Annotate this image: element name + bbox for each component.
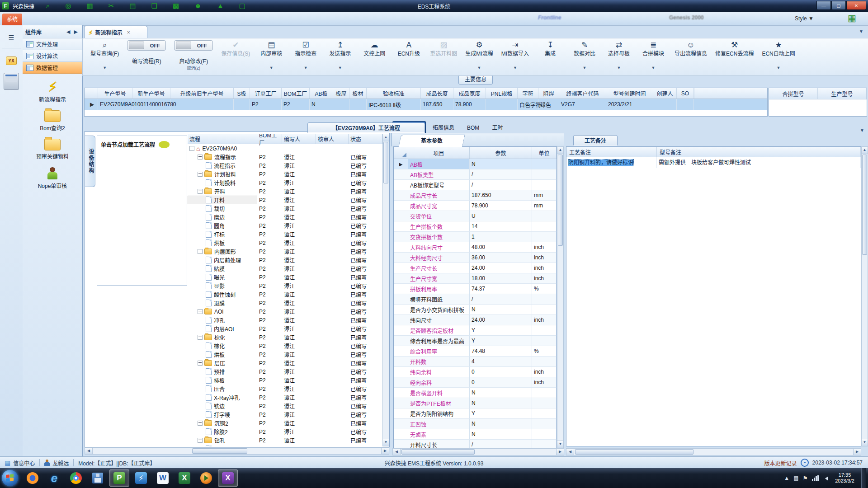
param-row-selector[interactable] (394, 263, 408, 273)
tree-header-cell[interactable]: 核审人 (316, 134, 349, 144)
param-value-cell[interactable]: / (470, 294, 532, 304)
tree-node[interactable]: 内层图形 (188, 247, 257, 256)
param-value-cell[interactable]: 48.00 (470, 242, 532, 252)
scroll-thumb[interactable] (575, 449, 693, 455)
main-table-cell[interactable]: 10011400016780 (132, 99, 170, 110)
tab-new-flow-instruction[interactable]: ⚡ 新流程指示 × (84, 26, 147, 38)
param-value-cell[interactable]: / (470, 180, 532, 190)
scroll-down-icon[interactable]: ▼ (862, 439, 868, 446)
main-table-cell[interactable]: EV2G70M9A0 (98, 99, 132, 110)
tree-row[interactable]: AOIP2谭江已编写 (188, 307, 382, 316)
param-value-cell[interactable]: 36.00 (470, 253, 532, 263)
tree-expander-icon[interactable] (198, 335, 203, 340)
param-value-cell[interactable]: N (470, 419, 532, 429)
param-row[interactable]: 正凹蚀N (394, 419, 557, 429)
params-header-cell[interactable]: 项目 (408, 147, 470, 159)
main-table-header-cell[interactable]: 成品宽度 (453, 88, 486, 99)
param-value-cell[interactable]: 14 (470, 221, 532, 231)
select-motherboard-button[interactable]: ⇄选择母板▼ (602, 40, 636, 71)
tree-row[interactable]: 沉铜2P2谭江已编写 (188, 419, 382, 427)
tree-node[interactable]: 磨边 (188, 213, 257, 221)
param-value-cell[interactable]: 4 (470, 357, 532, 366)
param-row[interactable]: 是否为PTFE板材N (394, 398, 557, 408)
tree-node[interactable]: ⌂EV2G70M9A0 (188, 144, 257, 153)
params-header-cell[interactable]: 参数 (470, 147, 532, 159)
tree-header-cell[interactable]: BOM工厂 (257, 134, 282, 144)
volume-icon[interactable] (823, 476, 828, 481)
dropdown-arrow-icon[interactable]: ▼ (103, 65, 107, 71)
chart-icon[interactable]: ▲ (217, 2, 224, 9)
tree-row[interactable]: 层压P2谭江已编写 (188, 359, 382, 367)
button-sublabel[interactable]: 取消(Z) (187, 66, 201, 72)
param-value-cell[interactable]: N (470, 305, 532, 314)
tree-row[interactable]: 压合P2谭江已编写 (188, 385, 382, 393)
hamburger-menu-button[interactable]: ≡ (3, 29, 20, 46)
param-row-selector[interactable] (394, 305, 408, 314)
main-table-header-cell[interactable]: 字符 (518, 88, 538, 99)
param-item-cell[interactable]: 是否为PTFE板材 (408, 398, 470, 408)
close-button[interactable]: ✕ (846, 1, 866, 10)
search-icon[interactable]: ⌕ (46, 2, 50, 9)
tree-node[interactable]: 流程指示 (188, 153, 257, 161)
param-row[interactable]: 是否为小交货面积拼板N (394, 305, 557, 315)
param-item-cell[interactable]: 开料尺寸长 (408, 440, 470, 448)
tree-expander-icon[interactable] (198, 172, 203, 177)
tray-clock[interactable]: 17:35 2023/3/2 (832, 472, 857, 484)
tree-node[interactable]: 排板 (188, 376, 257, 385)
sidebar-forward-arrow[interactable]: ▶ (72, 29, 80, 35)
dropdown-arrow-icon[interactable]: ▼ (651, 65, 656, 71)
tree-expander-icon[interactable] (198, 309, 203, 314)
param-value-cell[interactable]: 24.00 (470, 315, 532, 325)
param-row[interactable]: ▶AB板N (394, 159, 557, 169)
green-p-app-icon[interactable]: P (109, 469, 129, 487)
scroll-left-icon[interactable]: ◀ (393, 449, 401, 455)
main-table-cell[interactable] (486, 99, 518, 110)
merge-module-button[interactable]: ≣合拼模块▼ (636, 40, 670, 71)
tree-row[interactable]: 酸性蚀刻P2谭江已编写 (188, 290, 382, 299)
main-table-cell[interactable]: P2 (282, 99, 310, 110)
tree-node[interactable]: 内层前处理 (188, 256, 257, 264)
tree-node[interactable]: 裁切 (188, 204, 257, 213)
start-button[interactable] (2, 470, 18, 486)
main-table-cell[interactable] (653, 99, 677, 110)
param-row[interactable]: 开料尺寸长/ (394, 440, 557, 448)
write-flow-toggle[interactable]: OFF (127, 40, 166, 51)
tree-node[interactable]: 棕化 (188, 333, 257, 342)
param-item-cell[interactable]: AB板 (408, 159, 470, 169)
param-row-selector[interactable] (394, 315, 408, 325)
integrate-button[interactable]: ↧集成 (533, 40, 567, 71)
main-table-cell[interactable] (349, 99, 367, 110)
scroll-down-icon[interactable]: ▼ (383, 439, 389, 446)
main-table-cell[interactable]: P2 (250, 99, 282, 110)
tree-row[interactable]: 贴膜P2谭江已编写 (188, 264, 382, 273)
param-row[interactable]: 交货单位U (394, 211, 557, 221)
param-row-selector[interactable] (394, 221, 408, 231)
param-row-selector[interactable] (394, 242, 408, 252)
tree-row[interactable]: 冲孔P2谭江已编写 (188, 316, 382, 324)
doc-upload-button[interactable]: ☁文控上网 (357, 40, 392, 71)
param-value-cell[interactable]: 24.00 (470, 263, 532, 273)
tray-device-icon[interactable]: ▤ (793, 475, 798, 481)
tree-expander-icon[interactable] (198, 189, 203, 194)
tree-row[interactable]: 内层前处理P2谭江已编写 (188, 256, 382, 264)
param-row-selector[interactable] (394, 419, 408, 429)
tree-node[interactable]: 钻孔 (188, 445, 257, 446)
param-row-selector[interactable] (394, 346, 408, 356)
tree-node[interactable]: 退膜 (188, 299, 257, 307)
main-table-cell[interactable] (170, 99, 234, 110)
mi-data-import-button[interactable]: ⇥MI数据导入▼ (497, 40, 533, 71)
tree-node[interactable]: 沉铜2 (188, 419, 257, 427)
tree-row[interactable]: 排板P2谭江已编写 (188, 376, 382, 385)
media-player-icon[interactable] (196, 469, 216, 487)
scroll-thumb[interactable] (862, 155, 867, 255)
firefox-icon[interactable] (23, 469, 42, 487)
tree-row[interactable]: 开料P2谭江已编写 (188, 187, 382, 196)
scroll-up-icon[interactable]: ▲ (862, 147, 868, 154)
param-value-cell[interactable]: Y (470, 408, 532, 418)
tree-row[interactable]: 烘板P2谭江已编写 (188, 350, 382, 359)
tree-node[interactable]: 冲孔 (188, 316, 257, 324)
param-row[interactable]: 大料纬向尺寸48.00inch (394, 242, 557, 253)
param-item-cell[interactable]: 生产尺寸宽 (408, 273, 470, 283)
param-item-cell[interactable]: 横竖开料图纸 (408, 294, 470, 304)
tree-row[interactable]: 烘板P2谭江已编写 (188, 239, 382, 247)
